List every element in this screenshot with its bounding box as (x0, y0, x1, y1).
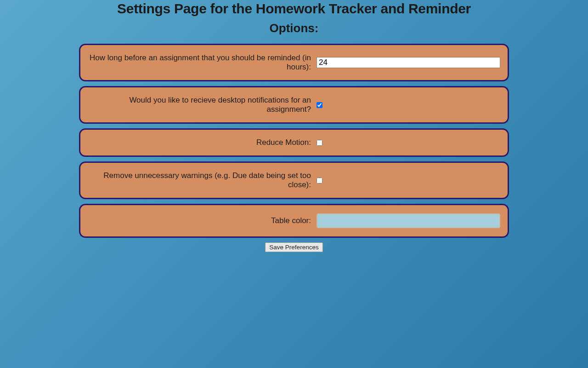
remove-warnings-checkbox[interactable] (317, 178, 322, 184)
save-preferences-button[interactable]: Save Preferences (265, 242, 322, 252)
reduce-motion-input-area (317, 140, 500, 146)
option-reduce-motion: Reduce Motion: (79, 128, 509, 157)
remove-warnings-input-area (317, 178, 500, 184)
reduce-motion-label: Reduce Motion: (88, 138, 317, 147)
option-desktop-notifications: Would you like to recieve desktop notifi… (79, 86, 509, 124)
reduce-motion-checkbox[interactable] (317, 140, 322, 146)
option-remind-hours: How long before an assignment that you s… (79, 44, 509, 81)
remind-hours-label: How long before an assignment that you s… (88, 53, 317, 72)
remind-hours-input-area (317, 57, 500, 68)
remove-warnings-label: Remove unnecessary warnings (e.g. Due da… (88, 171, 317, 190)
options-list: How long before an assignment that you s… (79, 44, 509, 238)
desktop-notifications-input-area (317, 102, 500, 108)
remind-hours-input[interactable] (317, 57, 500, 68)
option-table-color: Table color: (79, 204, 509, 238)
settings-page: Settings Page for the Homework Tracker a… (0, 0, 588, 252)
desktop-notifications-label: Would you like to recieve desktop notifi… (88, 96, 317, 114)
desktop-notifications-checkbox[interactable] (317, 102, 322, 108)
table-color-input[interactable] (317, 213, 500, 228)
page-title: Settings Page for the Homework Tracker a… (117, 1, 471, 17)
page-subtitle: Options: (270, 21, 319, 35)
option-remove-warnings: Remove unnecessary warnings (e.g. Due da… (79, 161, 509, 199)
table-color-input-area (317, 213, 500, 228)
table-color-label: Table color: (88, 216, 317, 225)
